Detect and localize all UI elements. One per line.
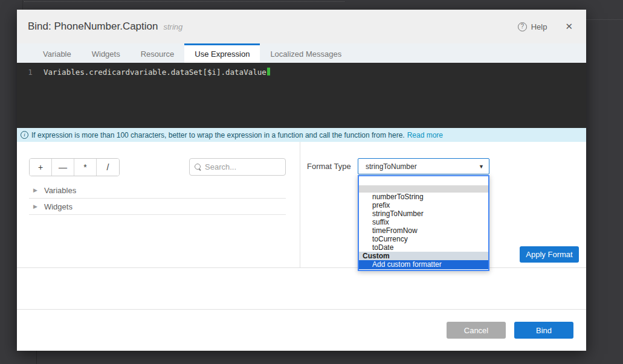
dropdown-option-timeFromNow[interactable]: timeFromNow	[359, 226, 488, 235]
chevron-down-icon: ▼	[479, 164, 484, 170]
format-type-dropdown: numberToString prefix stringToNumber suf…	[358, 175, 489, 271]
help-label: Help	[531, 22, 547, 31]
editor-caret	[267, 68, 270, 75]
bind-button[interactable]: Bind	[514, 322, 573, 339]
expression-helper-panel: + — * / ▶ Variables ▶ Widgets	[17, 142, 300, 268]
read-more-link[interactable]: Read more	[407, 131, 443, 139]
dropdown-option-numberToString[interactable]: numberToString	[359, 193, 488, 201]
dropdown-option-add-custom-formatter[interactable]: Add custom formatter	[359, 260, 488, 269]
format-type-select[interactable]: stringToNumber ▼	[358, 158, 489, 174]
cancel-button[interactable]: Cancel	[447, 322, 506, 339]
search-input[interactable]	[205, 162, 277, 171]
tab-widgets[interactable]: Widgets	[82, 43, 131, 63]
format-type-label: Format Type	[307, 162, 351, 171]
chevron-right-icon: ▶	[33, 203, 37, 209]
chevron-right-icon: ▶	[33, 187, 37, 193]
dialog-body: + — * / ▶ Variables ▶ Widgets	[17, 142, 586, 268]
dropdown-option-blank-highlighted[interactable]	[359, 185, 488, 193]
dropdown-option-stringToNumber[interactable]: stringToNumber	[359, 209, 488, 218]
backdrop-dotted-line-top	[24, 1, 344, 2]
info-bar: i If expression is more than 100 charact…	[17, 128, 586, 142]
minus-operator-button[interactable]: —	[52, 159, 74, 176]
dialog-title: Bind: PhoneNumber.Caption	[28, 21, 158, 33]
search-field	[189, 158, 286, 176]
operator-toolbar: + — * /	[29, 158, 286, 176]
dropdown-group-custom: Custom	[359, 252, 488, 260]
info-message: If expression is more than 100 character…	[31, 131, 405, 139]
tab-resource[interactable]: Resource	[131, 43, 185, 63]
tree-item-widgets[interactable]: ▶ Widgets	[29, 199, 286, 215]
dropdown-option-blank[interactable]	[359, 176, 488, 185]
backdrop-vertical-line-bottom	[36, 351, 37, 364]
close-icon[interactable]: ✕	[565, 21, 573, 32]
tab-variable[interactable]: Variable	[33, 43, 82, 63]
tree-item-variables[interactable]: ▶ Variables	[29, 182, 286, 199]
tab-use-expression[interactable]: Use Expression	[184, 43, 260, 63]
tree-item-label: Widgets	[44, 202, 73, 211]
editor-line-number: 1	[17, 68, 44, 77]
divide-operator-button[interactable]: /	[97, 159, 119, 176]
dialog-type-label: string	[163, 22, 182, 31]
dropdown-option-toCurrency[interactable]: toCurrency	[359, 235, 488, 243]
bind-dialog: Bind: PhoneNumber.Caption string ? Help …	[17, 10, 586, 351]
tab-localized-messages[interactable]: Localized Messages	[260, 43, 352, 63]
editor-line: 1 Variables.credicardvariable.dataSet[$i…	[17, 63, 586, 77]
apply-format-button[interactable]: Apply Format	[520, 246, 579, 263]
tab-bar: Variable Widgets Resource Use Expression…	[17, 43, 586, 63]
dropdown-option-toDate[interactable]: toDate	[359, 243, 488, 252]
dialog-footer: Cancel Bind	[17, 309, 586, 351]
dropdown-option-prefix[interactable]: prefix	[359, 201, 488, 209]
format-type-selected-value: stringToNumber	[366, 162, 479, 171]
help-button[interactable]: ? Help	[518, 22, 547, 31]
format-panel: Format Type stringToNumber ▼ numberToStr…	[300, 142, 586, 268]
multiply-operator-button[interactable]: *	[74, 159, 97, 176]
backdrop-vertical-line-top	[22, 0, 23, 10]
editor-code: Variables.credicardvariable.dataSet[$i].…	[44, 68, 266, 77]
binding-tree: ▶ Variables ▶ Widgets	[29, 182, 286, 215]
expression-editor[interactable]: 1 Variables.credicardvariable.dataSet[$i…	[17, 63, 586, 128]
search-icon	[195, 164, 201, 170]
dialog-header: Bind: PhoneNumber.Caption string ? Help …	[17, 10, 586, 43]
tree-item-label: Variables	[44, 186, 76, 195]
help-icon: ?	[518, 22, 527, 31]
operator-button-group: + — * /	[29, 158, 120, 176]
dropdown-option-suffix[interactable]: suffix	[359, 218, 488, 226]
info-icon: i	[21, 131, 28, 139]
plus-operator-button[interactable]: +	[30, 159, 52, 176]
backdrop-dotted-line-right	[586, 19, 623, 20]
